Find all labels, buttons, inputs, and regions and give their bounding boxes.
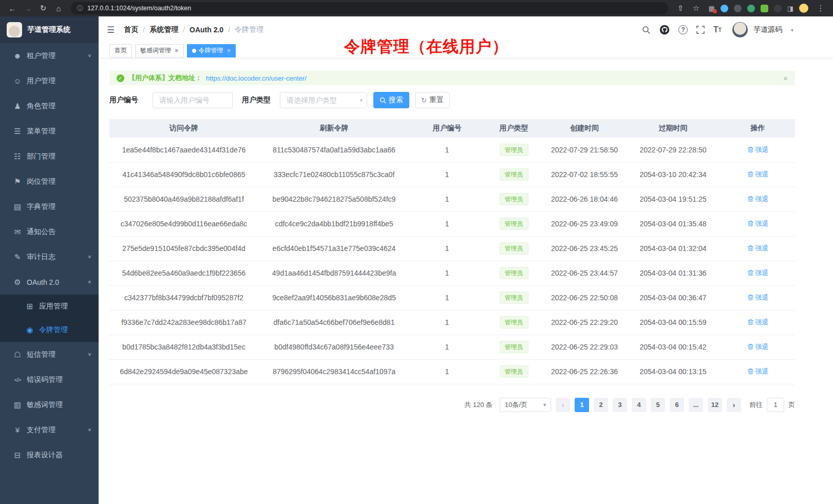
sidebar-item-user[interactable]: ☺用户管理 xyxy=(0,68,99,93)
sidebar-subitem-app[interactable]: ⊞应用管理 xyxy=(0,295,99,318)
page-size-select[interactable]: 10条/页 ▾ xyxy=(500,398,551,412)
page-button-3[interactable]: 3 xyxy=(613,398,627,412)
user-id-cell: 1 xyxy=(410,138,484,162)
tab-token[interactable]: 令牌管理× xyxy=(187,44,236,57)
browser-menu-icon[interactable]: ⋮ xyxy=(813,2,828,15)
force-logout-button[interactable]: 强退 xyxy=(747,195,769,204)
github-icon[interactable] xyxy=(659,25,670,35)
user-name[interactable]: 芋道源码 xyxy=(753,25,782,34)
browser-reload-icon[interactable]: ↻ xyxy=(36,2,50,15)
user-type-select-input[interactable] xyxy=(280,92,367,108)
font-size-icon[interactable]: TT xyxy=(713,25,722,34)
sidebar-item-dept[interactable]: ☷部门管理 xyxy=(0,144,99,169)
force-logout-button[interactable]: 强退 xyxy=(747,268,769,278)
split-view-icon[interactable]: ◨ xyxy=(787,5,793,12)
url-text: 127.0.0.1:1024/system/oauth2/token xyxy=(87,5,191,12)
page-button-12[interactable]: 12 xyxy=(708,398,722,412)
tab-home[interactable]: 首页 xyxy=(109,44,132,57)
browser-forward-icon[interactable]: → xyxy=(21,2,35,15)
trash-icon xyxy=(747,343,754,350)
sidebar-subitem-token[interactable]: ◉令牌管理 xyxy=(0,318,99,342)
force-logout-button[interactable]: 强退 xyxy=(747,219,769,228)
search-icon[interactable] xyxy=(642,26,651,34)
app-logo[interactable]: 芋道管理系统 xyxy=(0,16,99,43)
create-time-cell: 2022-06-25 23:44:57 xyxy=(543,261,626,285)
access-token-cell: 6d842e2924594de9a09e45e087323abe xyxy=(109,359,258,384)
page-button-1[interactable]: 1 xyxy=(575,398,589,412)
breadcrumb-item[interactable]: 系统管理 xyxy=(149,25,178,34)
extension-icon[interactable] xyxy=(721,5,728,12)
alert-close-icon[interactable]: × xyxy=(783,74,788,83)
user-type-select[interactable]: ▾ xyxy=(280,92,367,108)
page-button-2[interactable]: 2 xyxy=(594,398,608,412)
trash-icon xyxy=(747,368,754,375)
extension-puzzle-icon[interactable]: ▦ xyxy=(708,5,714,12)
action-cell: 强退 xyxy=(721,236,795,261)
fullscreen-icon[interactable] xyxy=(696,26,705,34)
expire-time-cell: 2054-03-04 00:15:42 xyxy=(626,335,721,359)
sidebar-item-report[interactable]: ⊟报表设计器 xyxy=(0,442,99,468)
sidebar-item-post[interactable]: ⚑岗位管理 xyxy=(0,169,99,194)
prev-page-button[interactable]: ‹ xyxy=(556,398,570,412)
sidebar-item-role[interactable]: ♟角色管理 xyxy=(0,93,99,119)
sidebar: 芋道管理系统 ☻租户管理∨☺用户管理♟角色管理☰菜单管理☷部门管理⚑岗位管理▤字… xyxy=(0,16,99,504)
force-logout-button[interactable]: 强退 xyxy=(747,293,769,302)
extension-icon[interactable] xyxy=(734,5,742,12)
report-icon: ⊟ xyxy=(11,451,24,460)
user-id-input[interactable] xyxy=(153,92,233,108)
sidebar-item-sms[interactable]: ☖短信管理∨ xyxy=(0,342,99,367)
extension-icon[interactable] xyxy=(747,5,755,12)
sidebar-item-audit[interactable]: ✎审计日志∨ xyxy=(0,244,99,269)
breadcrumb-separator: / xyxy=(143,26,145,34)
sidebar-item-dict[interactable]: ▤字典管理 xyxy=(0,194,99,219)
next-page-button[interactable]: › xyxy=(727,398,741,412)
browser-url-bar[interactable]: ⓘ 127.0.0.1:1024/system/oauth2/token xyxy=(71,2,668,14)
page-button-6[interactable]: 6 xyxy=(670,398,684,412)
extension-icon[interactable] xyxy=(774,5,782,12)
token-table: 访问令牌刷新令牌用户编号用户类型创建时间过期时间操作 1ea5e44f8bc14… xyxy=(109,119,795,384)
alert-doc-link[interactable]: https://doc.iocoder.cn/user-center/ xyxy=(206,74,307,82)
tab-label: 敏感词管理 xyxy=(140,46,171,55)
tab-close-icon[interactable]: × xyxy=(227,47,231,54)
page-button-5[interactable]: 5 xyxy=(651,398,665,412)
expire-time-cell: 2054-03-04 01:31:36 xyxy=(626,261,721,285)
extension-icon[interactable] xyxy=(761,5,768,12)
breadcrumb-item[interactable]: 首页 xyxy=(124,25,138,34)
force-logout-button[interactable]: 强退 xyxy=(747,145,769,154)
page-button-4[interactable]: 4 xyxy=(632,398,646,412)
sidebar-item-menu[interactable]: ☰菜单管理 xyxy=(0,119,99,144)
sidebar-item-errcode[interactable]: </>错误码管理 xyxy=(0,367,99,392)
sidebar-item-sensitive[interactable]: ▥敏感词管理 xyxy=(0,392,99,417)
force-logout-button[interactable]: 强退 xyxy=(747,367,769,376)
browser-home-icon[interactable]: ⌂ xyxy=(51,2,66,15)
table-row: f9336e7c7dd242a283ee98dc86b17a87dfa6c71a… xyxy=(109,310,795,335)
browser-back-icon[interactable]: ← xyxy=(5,2,20,15)
force-logout-button[interactable]: 强退 xyxy=(747,170,769,179)
create-time-cell: 2022-06-26 18:04:46 xyxy=(543,187,626,211)
goto-page-input[interactable] xyxy=(767,398,784,412)
force-logout-button[interactable]: 强退 xyxy=(747,342,769,352)
browser-profile-avatar[interactable] xyxy=(799,4,808,13)
browser-share-icon[interactable]: ⇧ xyxy=(673,2,688,15)
page-info-icon[interactable]: ⓘ xyxy=(77,4,83,13)
tab-close-icon[interactable]: × xyxy=(175,47,179,54)
page-ellipsis[interactable]: ... xyxy=(689,398,703,412)
user-id-cell: 1 xyxy=(410,310,484,335)
sidebar-item-pay[interactable]: ¥支付管理∨ xyxy=(0,417,99,442)
tab-sensitive[interactable]: 敏感词管理× xyxy=(135,44,184,57)
sidebar-item-notice[interactable]: ✉通知公告 xyxy=(0,219,99,244)
browser-bookmark-star-icon[interactable]: ☆ xyxy=(689,2,703,15)
hamburger-icon[interactable]: ☰ xyxy=(107,25,115,35)
search-button[interactable]: 搜索 xyxy=(373,92,409,108)
force-logout-button[interactable]: 强退 xyxy=(747,244,769,253)
create-time-cell: 2022-06-25 22:29:03 xyxy=(543,335,626,359)
reset-button[interactable]: ↻ 重置 xyxy=(415,92,450,108)
user-avatar[interactable] xyxy=(732,22,748,37)
help-icon[interactable]: ? xyxy=(678,25,688,34)
force-logout-button[interactable]: 强退 xyxy=(747,318,769,327)
sidebar-item-oauth[interactable]: ⚙OAuth 2.0∧ xyxy=(0,269,99,295)
breadcrumb-item[interactable]: OAuth 2.0 xyxy=(190,26,223,34)
sidebar-item-tenant[interactable]: ☻租户管理∨ xyxy=(0,43,99,68)
access-token-cell: 275e5de9151045fe87cbdc395e004f4d xyxy=(109,236,258,261)
chevron-down-icon[interactable]: ▾ xyxy=(791,27,793,33)
